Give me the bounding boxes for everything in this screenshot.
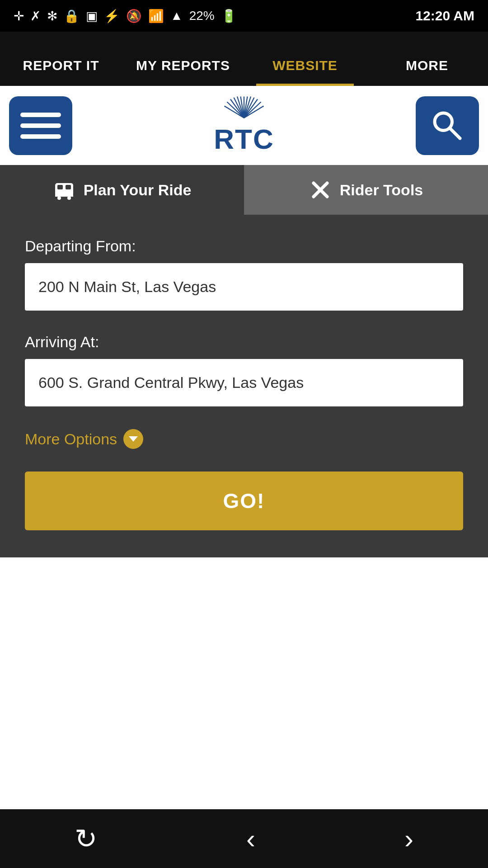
search-button[interactable] xyxy=(416,96,479,155)
sunburst-icon xyxy=(224,96,264,123)
tab-plan-your-ride[interactable]: Plan Your Ride xyxy=(0,165,244,215)
image-icon: ▣ xyxy=(86,9,98,24)
plan-ride-label: Plan Your Ride xyxy=(84,181,192,199)
svg-rect-16 xyxy=(57,185,63,189)
departing-input[interactable]: 200 N Main St, Las Vegas xyxy=(25,263,463,311)
bottom-nav: ↻ ‹ › xyxy=(0,809,488,868)
nav-tabs: REPORT IT MY REPORTS WEBSITE MORE xyxy=(0,32,488,86)
svg-line-14 xyxy=(450,128,460,138)
hamburger-line-3 xyxy=(20,134,61,139)
battery-percent: 22% xyxy=(189,9,215,23)
forward-button[interactable]: › xyxy=(404,823,413,854)
tab-report-it[interactable]: REPORT IT xyxy=(0,58,122,86)
rider-tools-label: Rider Tools xyxy=(340,181,423,199)
wifi-icon: 📶 xyxy=(148,9,164,24)
mute-icon: 🔕 xyxy=(126,9,142,24)
battery-icon: 🔋 xyxy=(221,9,237,24)
hamburger-button[interactable] xyxy=(9,96,72,155)
ride-tabs: Plan Your Ride Rider Tools xyxy=(0,165,488,215)
chevron-arrow xyxy=(129,436,138,442)
add-icon: ✛ xyxy=(14,9,24,24)
arriving-label: Arriving At: xyxy=(25,333,463,351)
arriving-input[interactable]: 600 S. Grand Central Pkwy, Las Vegas xyxy=(25,359,463,406)
logo-text: RTC xyxy=(214,123,274,155)
lock-icon: 🔒 xyxy=(64,9,80,24)
missed-call-icon: ✗ xyxy=(30,9,41,24)
departing-label: Departing From: xyxy=(25,237,463,255)
back-button[interactable]: ‹ xyxy=(246,823,255,854)
more-options-label: More Options xyxy=(25,430,117,448)
tab-website[interactable]: WEBSITE xyxy=(244,58,366,86)
go-button[interactable]: GO! xyxy=(25,472,463,530)
tab-rider-tools[interactable]: Rider Tools xyxy=(244,165,488,215)
svg-point-19 xyxy=(57,196,61,200)
svg-rect-17 xyxy=(66,185,71,189)
svg-rect-18 xyxy=(55,194,73,197)
svg-point-20 xyxy=(67,196,71,200)
hamburger-line-1 xyxy=(20,113,61,117)
status-icons: ✛ ✗ ✻ 🔒 ▣ ⚡ 🔕 📶 ▲ 22% 🔋 xyxy=(14,9,237,24)
snowflake-icon: ✻ xyxy=(47,9,57,24)
search-icon xyxy=(432,110,463,142)
tab-my-reports[interactable]: MY REPORTS xyxy=(122,58,244,86)
status-time: 12:20 AM xyxy=(415,8,474,24)
departing-value: 200 N Main St, Las Vegas xyxy=(38,278,216,296)
refresh-button[interactable]: ↻ xyxy=(75,823,97,854)
chevron-down-icon xyxy=(123,429,143,449)
signal-icon: ▲ xyxy=(170,9,183,23)
plan-ride-form: Departing From: 200 N Main St, Las Vegas… xyxy=(0,215,488,557)
tab-more[interactable]: MORE xyxy=(366,58,488,86)
more-options-toggle[interactable]: More Options xyxy=(25,429,463,449)
arriving-value: 600 S. Grand Central Pkwy, Las Vegas xyxy=(38,374,304,392)
header: RTC xyxy=(0,86,488,165)
hamburger-line-2 xyxy=(20,123,61,128)
rtc-logo: RTC xyxy=(214,96,274,155)
bus-icon xyxy=(53,179,75,201)
bluetooth-icon: ⚡ xyxy=(104,9,120,24)
tools-icon xyxy=(309,179,332,201)
svg-rect-15 xyxy=(55,183,73,196)
status-bar: ✛ ✗ ✻ 🔒 ▣ ⚡ 🔕 📶 ▲ 22% 🔋 12:20 AM xyxy=(0,0,488,32)
empty-content-area xyxy=(0,557,488,729)
